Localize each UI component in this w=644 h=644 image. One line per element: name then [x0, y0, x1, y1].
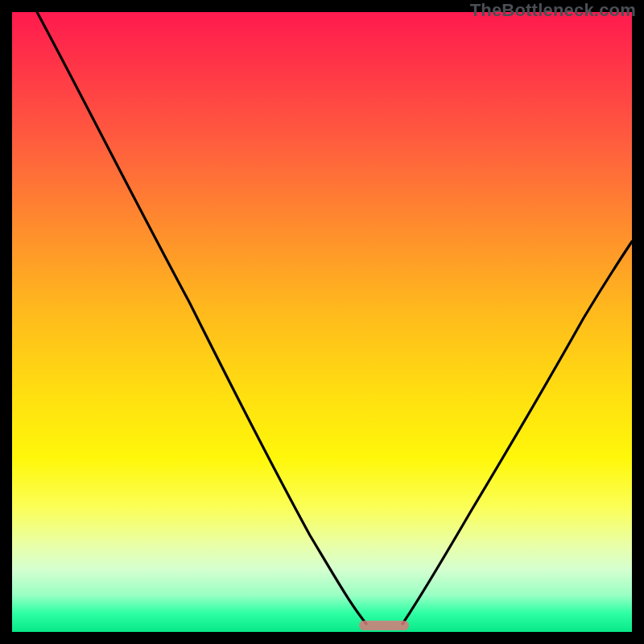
chart-stage: TheBottleneck.com	[0, 0, 644, 644]
curve-left-branch	[37, 12, 366, 624]
plot-area	[12, 12, 632, 632]
valley-marker	[359, 621, 409, 630]
curve-right-branch	[402, 242, 632, 624]
watermark-text: TheBottleneck.com	[470, 0, 636, 21]
bottleneck-curve	[12, 12, 632, 632]
